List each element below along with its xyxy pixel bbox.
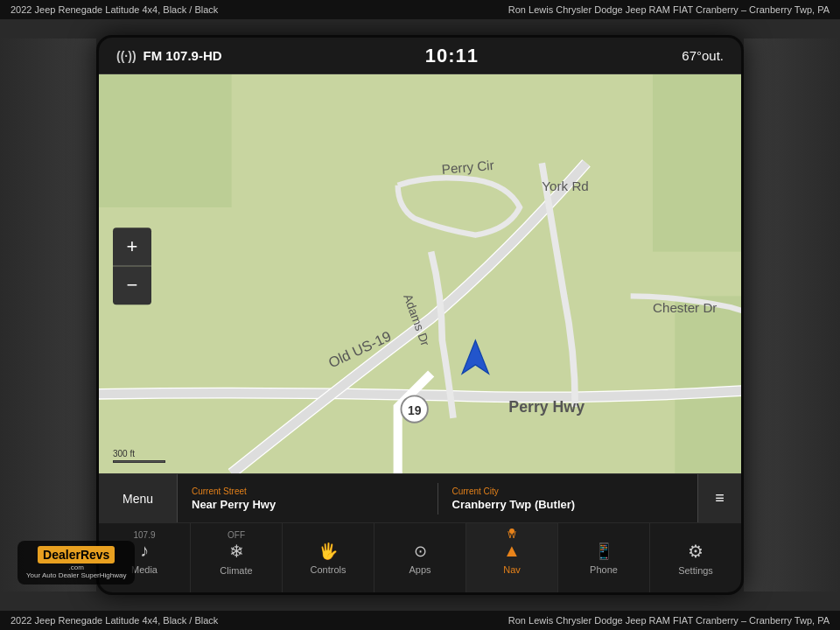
current-street-label: Current Street [192,486,424,496]
radio-station: FM 107.9-HD [144,48,222,63]
apps-icon: ⊙ [414,542,427,561]
nav-hamburger-button[interactable]: ≡ [697,474,741,522]
scale-indicator: 300 ft [113,449,165,463]
top-dealer-info: Ron Lewis Chrysler Dodge Jeep RAM FIAT C… [508,4,830,15]
tab-apps-label: Apps [409,564,430,575]
tab-phone-label: Phone [590,564,618,575]
current-city-label: Current City [452,486,684,496]
svg-text:19: 19 [408,403,422,417]
tab-controls-label: Controls [311,564,346,575]
map-svg: 19 Perry Cir York Rd Adams Dr Old US-19 … [99,74,741,473]
tab-apps[interactable]: ⊙ Apps [374,523,466,592]
nav-icon: ▲ [503,541,521,561]
tab-climate[interactable]: OFF ❄ Climate [191,523,283,592]
zoom-out-button[interactable]: − [113,266,151,304]
main-content: ((·)) FM 107.9-HD 10:11 67°out. [0,19,840,611]
tab-media-sublabel: 107.9 [133,530,155,540]
media-icon: ♪ [140,541,149,561]
current-street-value: Near Perry Hwy [192,498,424,511]
tab-climate-sublabel: OFF [228,530,245,540]
radio-wave-icon: ((·)) [116,49,136,63]
scale-bar [113,460,165,463]
dealer-watermark: DealerRevs .com Your Auto Dealer SuperHi… [18,541,135,584]
controls-icon: 🖐 [318,542,338,561]
svg-rect-3 [675,296,741,473]
nav-street-info: Current Street Near Perry Hwy [178,481,438,516]
tab-climate-label: Climate [220,565,252,576]
climate-icon: ❄ [229,541,244,562]
svg-rect-1 [99,74,232,207]
svg-text:Chester Dr: Chester Dr [653,300,717,315]
tab-settings[interactable]: ⚙ Settings [650,523,741,592]
scale-text: 300 ft [113,449,135,458]
svg-text:Perry Hwy: Perry Hwy [508,398,584,416]
tab-nav-sublabel: W [508,530,515,540]
tab-media-label: Media [131,564,158,575]
bg-left [0,38,96,592]
bottom-vehicle-title: 2022 Jeep Renegade Latitude 4x4, Black /… [10,615,218,626]
dealer-logo-badge: DealerRevs [38,546,115,564]
infotainment-screen: ((·)) FM 107.9-HD 10:11 67°out. [99,38,741,592]
zoom-in-button[interactable]: + [113,228,151,266]
phone-icon: 📱 [594,542,613,561]
zoom-controls: + − [113,228,151,304]
screen-status-bar: ((·)) FM 107.9-HD 10:11 67°out. [99,38,741,74]
bottom-dealer-info: Ron Lewis Chrysler Dodge Jeep RAM FIAT C… [508,615,830,626]
clock-display: 10:11 [425,45,479,67]
bottom-info-bar: 2022 Jeep Renegade Latitude 4x4, Black /… [0,611,840,630]
nav-menu-button[interactable]: Menu [99,474,178,522]
current-city-value: Cranberry Twp (Butler) [452,498,684,511]
tab-nav[interactable]: W ▲ Nav [466,523,558,592]
nav-city-info: Current City Cranberry Twp (Butler) [438,481,698,516]
tab-controls[interactable]: 🖐 Controls [283,523,374,592]
bg-right [744,38,840,592]
svg-text:York Rd: York Rd [542,178,588,193]
top-vehicle-title: 2022 Jeep Renegade Latitude 4x4, Black /… [10,4,218,15]
nav-info-bar: Menu Current Street Near Perry Hwy Curre… [99,473,741,522]
map-area: 19 Perry Cir York Rd Adams Dr Old US-19 … [99,74,741,473]
tab-nav-label: Nav [503,564,521,575]
top-info-bar: 2022 Jeep Renegade Latitude 4x4, Black /… [0,0,840,19]
dealer-sub-text: .com [69,564,84,571]
settings-icon: ⚙ [688,541,704,562]
radio-info: ((·)) FM 107.9-HD [116,48,222,63]
svg-rect-2 [653,74,741,252]
bottom-tabs: 107.9 ♪ Media OFF ❄ Climate 🖐 Controls [99,522,741,592]
tab-settings-label: Settings [678,565,713,576]
screen-bezel: ((·)) FM 107.9-HD 10:11 67°out. [96,35,744,595]
dealer-tagline: Your Auto Dealer SuperHighway [26,571,126,579]
tab-phone[interactable]: 📱 Phone [558,523,650,592]
temperature-display: 67°out. [682,48,724,63]
